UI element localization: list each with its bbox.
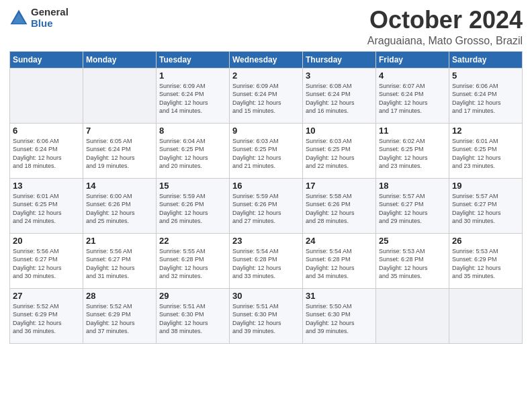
day-number: 3 [306, 71, 373, 81]
calendar-cell-1-1: 7Sunrise: 6:05 AM Sunset: 6:24 PM Daylig… [83, 123, 157, 178]
calendar-cell-4-4: 31Sunrise: 5:50 AM Sunset: 6:30 PM Dayli… [303, 288, 376, 343]
day-number: 11 [379, 126, 446, 136]
day-info: Sunrise: 6:00 AM Sunset: 6:26 PM Dayligh… [86, 192, 153, 226]
page: General Blue October 2024 Araguaiana, Ma… [0, 0, 532, 411]
header-thursday: Thursday [303, 51, 376, 68]
day-number: 14 [86, 181, 153, 191]
day-info: Sunrise: 5:56 AM Sunset: 6:27 PM Dayligh… [86, 247, 153, 281]
day-number: 9 [232, 126, 300, 136]
day-info: Sunrise: 5:52 AM Sunset: 6:29 PM Dayligh… [13, 302, 80, 336]
day-info: Sunrise: 5:51 AM Sunset: 6:30 PM Dayligh… [232, 302, 300, 336]
day-info: Sunrise: 6:05 AM Sunset: 6:24 PM Dayligh… [86, 137, 153, 171]
logo: General Blue [9, 7, 69, 29]
day-number: 21 [86, 236, 153, 246]
calendar-cell-3-4: 24Sunrise: 5:54 AM Sunset: 6:28 PM Dayli… [303, 233, 376, 288]
calendar-cell-3-6: 26Sunrise: 5:53 AM Sunset: 6:29 PM Dayli… [449, 233, 523, 288]
calendar-cell-4-0: 27Sunrise: 5:52 AM Sunset: 6:29 PM Dayli… [10, 288, 83, 343]
day-number: 4 [379, 71, 446, 81]
calendar-cell-1-2: 8Sunrise: 6:04 AM Sunset: 6:25 PM Daylig… [157, 123, 230, 178]
day-info: Sunrise: 5:58 AM Sunset: 6:26 PM Dayligh… [306, 192, 373, 226]
day-info: Sunrise: 6:01 AM Sunset: 6:25 PM Dayligh… [452, 137, 519, 171]
day-info: Sunrise: 5:50 AM Sunset: 6:30 PM Dayligh… [306, 302, 373, 336]
calendar: Sunday Monday Tuesday Wednesday Thursday… [9, 51, 523, 344]
calendar-cell-0-6: 5Sunrise: 6:06 AM Sunset: 6:24 PM Daylig… [449, 68, 523, 123]
day-info: Sunrise: 6:07 AM Sunset: 6:24 PM Dayligh… [379, 82, 446, 116]
day-number: 26 [452, 236, 519, 246]
day-number: 23 [232, 236, 300, 246]
day-number: 12 [452, 126, 519, 136]
day-number: 24 [306, 236, 373, 246]
calendar-cell-2-5: 18Sunrise: 5:57 AM Sunset: 6:27 PM Dayli… [376, 178, 449, 233]
day-number: 1 [159, 71, 226, 81]
day-number: 29 [159, 291, 226, 301]
day-info: Sunrise: 6:09 AM Sunset: 6:24 PM Dayligh… [232, 82, 300, 116]
day-info: Sunrise: 6:03 AM Sunset: 6:25 PM Dayligh… [306, 137, 373, 171]
calendar-cell-4-1: 28Sunrise: 5:52 AM Sunset: 6:29 PM Dayli… [83, 288, 157, 343]
calendar-cell-2-3: 16Sunrise: 5:59 AM Sunset: 6:26 PM Dayli… [230, 178, 303, 233]
day-info: Sunrise: 6:08 AM Sunset: 6:24 PM Dayligh… [306, 82, 373, 116]
week-row-1: 1Sunrise: 6:09 AM Sunset: 6:24 PM Daylig… [10, 68, 523, 123]
calendar-cell-4-2: 29Sunrise: 5:51 AM Sunset: 6:30 PM Dayli… [157, 288, 230, 343]
header-tuesday: Tuesday [157, 51, 230, 68]
header-sunday: Sunday [10, 51, 83, 68]
calendar-cell-2-6: 19Sunrise: 5:57 AM Sunset: 6:27 PM Dayli… [449, 178, 523, 233]
header-wednesday: Wednesday [230, 51, 303, 68]
calendar-cell-4-6 [449, 288, 523, 343]
day-info: Sunrise: 6:02 AM Sunset: 6:25 PM Dayligh… [379, 137, 446, 171]
calendar-cell-1-3: 9Sunrise: 6:03 AM Sunset: 6:25 PM Daylig… [230, 123, 303, 178]
calendar-cell-2-1: 14Sunrise: 6:00 AM Sunset: 6:26 PM Dayli… [83, 178, 157, 233]
day-number: 28 [86, 291, 153, 301]
day-number: 16 [232, 181, 300, 191]
day-info: Sunrise: 5:55 AM Sunset: 6:28 PM Dayligh… [159, 247, 226, 281]
header-friday: Friday [376, 51, 449, 68]
logo-blue-label: Blue [31, 18, 69, 30]
calendar-cell-4-5 [376, 288, 449, 343]
calendar-cell-0-0 [10, 68, 83, 123]
day-info: Sunrise: 6:06 AM Sunset: 6:24 PM Dayligh… [13, 137, 80, 171]
day-number: 20 [13, 236, 80, 246]
calendar-cell-4-3: 30Sunrise: 5:51 AM Sunset: 6:30 PM Dayli… [230, 288, 303, 343]
day-info: Sunrise: 5:57 AM Sunset: 6:27 PM Dayligh… [452, 192, 519, 226]
day-number: 6 [13, 126, 80, 136]
day-info: Sunrise: 6:09 AM Sunset: 6:24 PM Dayligh… [159, 82, 226, 116]
calendar-cell-2-2: 15Sunrise: 5:59 AM Sunset: 6:26 PM Dayli… [157, 178, 230, 233]
calendar-cell-1-0: 6Sunrise: 6:06 AM Sunset: 6:24 PM Daylig… [10, 123, 83, 178]
header-monday: Monday [83, 51, 157, 68]
day-info: Sunrise: 5:51 AM Sunset: 6:30 PM Dayligh… [159, 302, 226, 336]
header: General Blue October 2024 Araguaiana, Ma… [9, 7, 523, 47]
day-number: 10 [306, 126, 373, 136]
title-location: Araguaiana, Mato Grosso, Brazil [367, 35, 523, 47]
day-info: Sunrise: 5:53 AM Sunset: 6:29 PM Dayligh… [452, 247, 519, 281]
day-info: Sunrise: 5:52 AM Sunset: 6:29 PM Dayligh… [86, 302, 153, 336]
day-info: Sunrise: 6:03 AM Sunset: 6:25 PM Dayligh… [232, 137, 300, 171]
calendar-cell-0-4: 3Sunrise: 6:08 AM Sunset: 6:24 PM Daylig… [303, 68, 376, 123]
day-number: 27 [13, 291, 80, 301]
day-number: 7 [86, 126, 153, 136]
calendar-cell-2-0: 13Sunrise: 6:01 AM Sunset: 6:25 PM Dayli… [10, 178, 83, 233]
logo-icon [9, 9, 28, 28]
week-row-2: 6Sunrise: 6:06 AM Sunset: 6:24 PM Daylig… [10, 123, 523, 178]
day-number: 15 [159, 181, 226, 191]
week-row-5: 27Sunrise: 5:52 AM Sunset: 6:29 PM Dayli… [10, 288, 523, 343]
day-number: 8 [159, 126, 226, 136]
calendar-cell-0-3: 2Sunrise: 6:09 AM Sunset: 6:24 PM Daylig… [230, 68, 303, 123]
calendar-cell-3-1: 21Sunrise: 5:56 AM Sunset: 6:27 PM Dayli… [83, 233, 157, 288]
day-number: 17 [306, 181, 373, 191]
day-info: Sunrise: 5:57 AM Sunset: 6:27 PM Dayligh… [379, 192, 446, 226]
day-info: Sunrise: 5:56 AM Sunset: 6:27 PM Dayligh… [13, 247, 80, 281]
logo-general-label: General [31, 7, 69, 18]
calendar-cell-3-5: 25Sunrise: 5:53 AM Sunset: 6:28 PM Dayli… [376, 233, 449, 288]
calendar-cell-0-1 [83, 68, 157, 123]
day-info: Sunrise: 6:01 AM Sunset: 6:25 PM Dayligh… [13, 192, 80, 226]
calendar-cell-0-2: 1Sunrise: 6:09 AM Sunset: 6:24 PM Daylig… [157, 68, 230, 123]
title-month: October 2024 [367, 7, 523, 34]
day-info: Sunrise: 5:54 AM Sunset: 6:28 PM Dayligh… [232, 247, 300, 281]
day-number: 30 [232, 291, 300, 301]
day-number: 5 [452, 71, 519, 81]
calendar-cell-1-6: 12Sunrise: 6:01 AM Sunset: 6:25 PM Dayli… [449, 123, 523, 178]
logo-text: General Blue [31, 7, 69, 29]
week-row-3: 13Sunrise: 6:01 AM Sunset: 6:25 PM Dayli… [10, 178, 523, 233]
week-row-4: 20Sunrise: 5:56 AM Sunset: 6:27 PM Dayli… [10, 233, 523, 288]
calendar-cell-3-3: 23Sunrise: 5:54 AM Sunset: 6:28 PM Dayli… [230, 233, 303, 288]
calendar-cell-3-0: 20Sunrise: 5:56 AM Sunset: 6:27 PM Dayli… [10, 233, 83, 288]
